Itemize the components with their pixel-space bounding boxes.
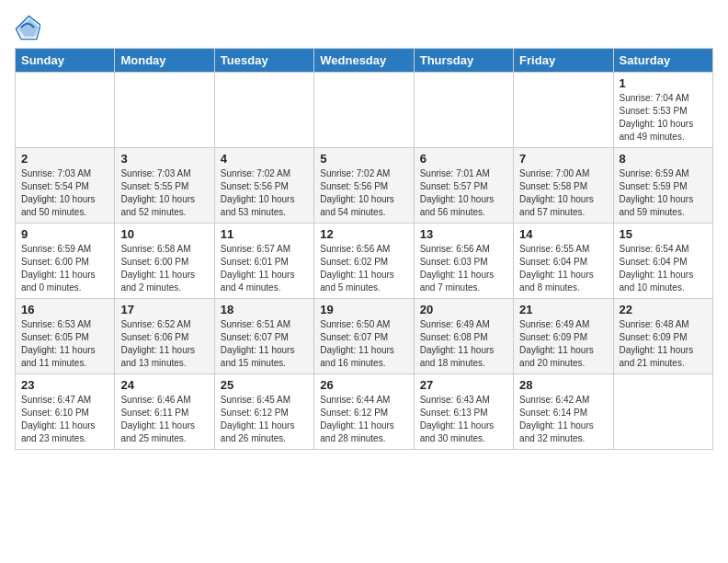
calendar-cell: 5Sunrise: 7:02 AMSunset: 5:56 PMDaylight… [314,148,414,224]
page-header [15,15,713,40]
day-info: Sunrise: 6:59 AMSunset: 5:59 PMDaylight:… [620,167,707,219]
calendar-cell: 1Sunrise: 7:04 AMSunset: 5:53 PMDaylight… [613,73,712,148]
week-row-2: 2Sunrise: 7:03 AMSunset: 5:54 PMDaylight… [16,148,713,224]
day-number: 28 [519,378,607,392]
calendar-cell: 25Sunrise: 6:45 AMSunset: 6:12 PMDayligh… [214,374,313,450]
week-row-4: 16Sunrise: 6:53 AMSunset: 6:05 PMDayligh… [16,299,713,374]
day-info: Sunrise: 6:50 AMSunset: 6:07 PMDaylight:… [320,318,407,370]
day-number: 27 [420,378,507,392]
day-number: 12 [320,227,407,241]
calendar-cell: 22Sunrise: 6:48 AMSunset: 6:09 PMDayligh… [613,299,712,374]
day-number: 22 [620,303,707,316]
day-number: 18 [221,303,308,316]
calendar-cell: 6Sunrise: 7:01 AMSunset: 5:57 PMDaylight… [414,148,513,224]
day-info: Sunrise: 6:58 AMSunset: 6:00 PMDaylight:… [120,243,208,294]
day-info: Sunrise: 6:47 AMSunset: 6:10 PMDaylight:… [21,394,108,445]
day-number: 7 [519,152,607,166]
weekday-header-sunday: Sunday [16,49,115,73]
weekday-header-wednesday: Wednesday [314,49,414,73]
week-row-3: 9Sunrise: 6:59 AMSunset: 6:00 PMDaylight… [16,224,713,299]
day-info: Sunrise: 6:56 AMSunset: 6:02 PMDaylight:… [320,243,407,294]
weekday-header-friday: Friday [514,49,613,73]
day-info: Sunrise: 6:52 AMSunset: 6:06 PMDaylight:… [120,318,208,370]
calendar-table: SundayMondayTuesdayWednesdayThursdayFrid… [15,48,713,450]
day-number: 9 [21,227,108,241]
day-number: 8 [620,152,707,166]
day-info: Sunrise: 6:44 AMSunset: 6:12 PMDaylight:… [320,394,407,445]
day-info: Sunrise: 6:56 AMSunset: 6:03 PMDaylight:… [420,243,507,294]
day-number: 20 [420,303,507,316]
logo-icon [15,15,40,40]
calendar-cell: 28Sunrise: 6:42 AMSunset: 6:14 PMDayligh… [514,374,613,450]
day-number: 11 [221,227,308,241]
day-info: Sunrise: 6:49 AMSunset: 6:08 PMDaylight:… [420,318,507,370]
calendar-cell: 8Sunrise: 6:59 AMSunset: 5:59 PMDaylight… [613,148,712,224]
day-info: Sunrise: 7:03 AMSunset: 5:54 PMDaylight:… [21,167,108,219]
calendar-cell [414,73,513,148]
weekday-header-monday: Monday [115,49,214,73]
day-info: Sunrise: 6:59 AMSunset: 6:00 PMDaylight:… [21,243,108,294]
day-number: 21 [519,303,607,316]
calendar-cell: 14Sunrise: 6:55 AMSunset: 6:04 PMDayligh… [514,224,613,299]
day-number: 4 [221,152,308,166]
day-info: Sunrise: 6:42 AMSunset: 6:14 PMDaylight:… [519,394,607,445]
calendar-cell [214,73,313,148]
day-info: Sunrise: 6:57 AMSunset: 6:01 PMDaylight:… [221,243,308,294]
week-row-1: 1Sunrise: 7:04 AMSunset: 5:53 PMDaylight… [16,73,713,148]
day-number: 25 [221,378,308,392]
calendar-cell [613,374,712,450]
day-number: 1 [620,76,707,90]
day-info: Sunrise: 6:53 AMSunset: 6:05 PMDaylight:… [21,318,108,370]
day-info: Sunrise: 7:03 AMSunset: 5:55 PMDaylight:… [120,167,208,219]
day-info: Sunrise: 7:02 AMSunset: 5:56 PMDaylight:… [320,167,407,219]
day-number: 5 [320,152,407,166]
day-number: 26 [320,378,407,392]
day-info: Sunrise: 6:46 AMSunset: 6:11 PMDaylight:… [120,394,208,445]
calendar-cell: 10Sunrise: 6:58 AMSunset: 6:00 PMDayligh… [115,224,214,299]
calendar-cell: 2Sunrise: 7:03 AMSunset: 5:54 PMDaylight… [16,148,115,224]
calendar-cell: 18Sunrise: 6:51 AMSunset: 6:07 PMDayligh… [214,299,313,374]
day-number: 6 [420,152,507,166]
weekday-header-tuesday: Tuesday [214,49,313,73]
calendar-cell: 16Sunrise: 6:53 AMSunset: 6:05 PMDayligh… [16,299,115,374]
day-info: Sunrise: 6:51 AMSunset: 6:07 PMDaylight:… [221,318,308,370]
calendar-cell: 9Sunrise: 6:59 AMSunset: 6:00 PMDaylight… [16,224,115,299]
calendar-cell: 13Sunrise: 6:56 AMSunset: 6:03 PMDayligh… [414,224,513,299]
weekday-header-row: SundayMondayTuesdayWednesdayThursdayFrid… [16,49,713,73]
day-number: 14 [519,227,607,241]
day-number: 24 [120,378,208,392]
calendar-cell: 19Sunrise: 6:50 AMSunset: 6:07 PMDayligh… [314,299,414,374]
calendar-cell: 24Sunrise: 6:46 AMSunset: 6:11 PMDayligh… [115,374,214,450]
day-number: 2 [21,152,108,166]
calendar-cell [16,73,115,148]
day-info: Sunrise: 7:04 AMSunset: 5:53 PMDaylight:… [620,92,707,144]
day-number: 23 [21,378,108,392]
day-number: 17 [120,303,208,316]
day-info: Sunrise: 7:01 AMSunset: 5:57 PMDaylight:… [420,167,507,219]
calendar-cell: 11Sunrise: 6:57 AMSunset: 6:01 PMDayligh… [214,224,313,299]
calendar-cell: 3Sunrise: 7:03 AMSunset: 5:55 PMDaylight… [115,148,214,224]
calendar-cell [314,73,414,148]
day-info: Sunrise: 6:55 AMSunset: 6:04 PMDaylight:… [519,243,607,294]
day-number: 19 [320,303,407,316]
calendar-cell: 27Sunrise: 6:43 AMSunset: 6:13 PMDayligh… [414,374,513,450]
calendar-cell [514,73,613,148]
calendar-cell: 26Sunrise: 6:44 AMSunset: 6:12 PMDayligh… [314,374,414,450]
day-number: 10 [120,227,208,241]
day-number: 3 [120,152,208,166]
day-number: 13 [420,227,507,241]
day-info: Sunrise: 6:49 AMSunset: 6:09 PMDaylight:… [519,318,607,370]
calendar-cell [115,73,214,148]
calendar-cell: 21Sunrise: 6:49 AMSunset: 6:09 PMDayligh… [514,299,613,374]
week-row-5: 23Sunrise: 6:47 AMSunset: 6:10 PMDayligh… [16,374,713,450]
day-info: Sunrise: 6:45 AMSunset: 6:12 PMDaylight:… [221,394,308,445]
weekday-header-saturday: Saturday [613,49,712,73]
calendar-cell: 23Sunrise: 6:47 AMSunset: 6:10 PMDayligh… [16,374,115,450]
calendar-cell: 4Sunrise: 7:02 AMSunset: 5:56 PMDaylight… [214,148,313,224]
day-info: Sunrise: 6:48 AMSunset: 6:09 PMDaylight:… [620,318,707,370]
day-info: Sunrise: 6:43 AMSunset: 6:13 PMDaylight:… [420,394,507,445]
day-number: 16 [21,303,108,316]
calendar-cell: 17Sunrise: 6:52 AMSunset: 6:06 PMDayligh… [115,299,214,374]
day-info: Sunrise: 6:54 AMSunset: 6:04 PMDaylight:… [620,243,707,294]
weekday-header-thursday: Thursday [414,49,513,73]
